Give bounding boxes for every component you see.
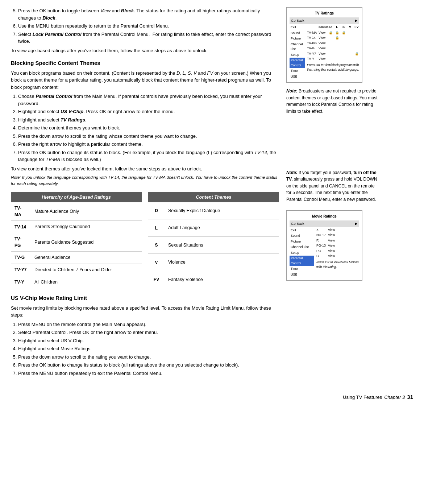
movie-ratings-right-col: X View NC-17 View R View PG-13 View: [316, 228, 359, 278]
movie-status-r: View: [328, 238, 336, 243]
menu-time: Time: [290, 68, 305, 74]
note-password-label: Note:: [286, 170, 298, 175]
rating-code: TV-Y: [11, 276, 31, 288]
menu-setup: Setup: [290, 52, 305, 58]
movie-label-x: X: [316, 228, 327, 233]
section1-steps-list: Choose Parental Control from the Main Me…: [11, 93, 279, 163]
col-s: S: [341, 25, 346, 30]
content-code: L: [148, 219, 165, 236]
table-row: S Sexual Situations: [148, 236, 279, 253]
section2-step-7: Press the MENU button repeatedly to exit…: [18, 370, 279, 377]
movie-label-nc17: NC-17: [316, 233, 327, 238]
tv-rating-row-y7: TV-Y7 View 🔒: [307, 51, 359, 57]
section2-step-3: Highlight and select US V-Chip.: [18, 337, 279, 344]
table-row: TV-Y All Children: [11, 276, 142, 288]
fv-tv-ma: [354, 30, 359, 36]
movie-ratings-left-menu: Exit Sound Picture Channel List Setup Pa…: [290, 228, 314, 278]
movie-rating-row-pg13: PG-13 View: [316, 243, 359, 248]
content-themes-table: Content Themes D Sexually Explicit Dialo…: [148, 192, 279, 289]
page-layout: Press the OK button to toggle between Vi…: [11, 7, 413, 379]
step-6: Use the MENU button repeatedly to return…: [18, 22, 279, 30]
movie-rating-row-g: G View: [316, 254, 359, 259]
col-d: D: [328, 25, 333, 30]
movie-status-nc17: View: [328, 233, 336, 238]
content-label: Fantasy Violence: [165, 271, 279, 288]
footer-chapter-label: Chapter 3: [384, 394, 405, 401]
l-tv-14: 🔒: [334, 36, 340, 41]
movie-ratings-box: Movie Ratings Go Back ▶ Exit Sound Pictu…: [286, 210, 362, 281]
note-password-text: Note: If you forget your password, turn …: [286, 169, 381, 203]
section2-step-6: Press the OK button to change its status…: [18, 362, 279, 369]
content-label: Sexually Explicit Dialogue: [165, 202, 279, 219]
note-broadcasters: Note: Broadcasters are not required to p…: [286, 88, 381, 115]
v-tv-y: [348, 57, 353, 62]
s-tv-y: [341, 57, 346, 62]
note-broadcasters-label: Note:: [286, 88, 298, 94]
note-password-rest: simultaneously press and hold VOL DOWN o…: [286, 177, 377, 202]
l-tv-pg: [334, 41, 340, 46]
movie-menu-time: Time: [290, 266, 314, 272]
section1-intro: You can block programs based on their co…: [11, 70, 279, 91]
movie-menu-picture: Picture: [290, 239, 314, 245]
rating-label: All Children: [31, 276, 142, 288]
rating-code: TV-G: [11, 252, 31, 264]
table-row: TV-G General Audience: [11, 252, 142, 264]
rating-code: TV-14: [11, 221, 31, 233]
d-tv-y: [328, 57, 333, 62]
movie-ratings-go-back-bar: Go Back ▶: [290, 220, 359, 227]
table-row: TV-PG Parents Guidance Suggested: [11, 233, 142, 252]
table-row: D Sexually Explicit Dialogue: [148, 202, 279, 219]
tv-rating-row-pg: TV-PG View: [307, 41, 359, 46]
content-code: S: [148, 236, 165, 253]
go-back-arrow: ▶: [355, 18, 358, 23]
rating-code: TV-PG: [11, 233, 31, 252]
status-tv-pg: View: [319, 41, 327, 46]
note-password: Note: If you forget your password, turn …: [286, 169, 381, 203]
movie-status-x: View: [328, 228, 336, 233]
rating-label: Mature Audience Only: [31, 202, 142, 221]
movie-rating-row-r: R View: [316, 238, 359, 243]
tv-rating-row-y: TV-Y View: [307, 57, 359, 62]
label-tv-g: TV-G: [307, 46, 317, 51]
section2-intro: Set movie rating limits by blocking movi…: [11, 305, 279, 319]
s-tv-14: [341, 36, 346, 41]
section1-step-1: Choose Parental Control from the Main Me…: [18, 93, 279, 107]
table-row: TV-MA Mature Audience Only: [11, 202, 142, 221]
hierarchy-table-body: TV-MA Mature Audience Only TV-14 Parents…: [11, 202, 142, 288]
rating-label: Parents Guidance Suggested: [31, 233, 142, 252]
section2-container: US V-Chip Movie Rating Limit Set movie r…: [11, 294, 279, 377]
col-fv: FV: [354, 25, 359, 30]
movie-menu-parental-control: Parental Control: [290, 256, 314, 266]
v-tv-14: [348, 36, 353, 41]
movie-rating-row-x: X View: [316, 228, 359, 233]
content-table-body: D Sexually Explicit Dialogue L Adult Lan…: [148, 202, 279, 288]
step-7: Select Lock Parental Control from the Pa…: [18, 31, 279, 45]
tv-rating-row-ma: TV-MA View 🔒 🔒 🔒: [307, 30, 359, 36]
tv-ratings-box: TV Ratings Go Back ▶ Exit Sound Picture …: [286, 7, 362, 83]
d-tv-ma: 🔒: [328, 30, 333, 36]
menu-usb: USB: [290, 74, 305, 80]
movie-status-pg13: View: [328, 243, 336, 248]
l-tv-g: [334, 46, 340, 51]
tv-ratings-box-title: TV Ratings: [290, 11, 359, 16]
note-broadcasters-text: Note: Broadcasters are not required to p…: [286, 88, 381, 115]
v-tv-g: [348, 46, 353, 51]
movie-label-pg: PG: [316, 249, 327, 254]
fv-tv-pg: [354, 41, 359, 46]
content-code: V: [148, 254, 165, 271]
intro-steps-list: Press the OK button to toggle between Vi…: [11, 7, 279, 45]
menu-channel-list: Channel List: [290, 42, 305, 52]
movie-ratings-footnote: Press OK to view/block Movies with this …: [316, 260, 359, 269]
section1-step-7: Press the OK button to change its status…: [18, 149, 279, 163]
label-tv-14: TV-14: [307, 36, 317, 41]
rating-code: TV-Y7: [11, 264, 31, 276]
section2-step-4: Highlight and select Movie Ratings.: [18, 345, 279, 352]
menu-picture: Picture: [290, 36, 305, 42]
intro-note: To view age-based ratings after you've l…: [11, 47, 279, 54]
content-code: FV: [148, 271, 165, 288]
section2-step-2: Select Parental Control. Press OK or the…: [18, 329, 279, 336]
s-tv-ma: 🔒: [341, 30, 346, 36]
movie-menu-usb: USB: [290, 272, 314, 278]
note-broadcasters-body: Broadcasters are not required to provide…: [286, 88, 378, 114]
section1-title: Blocking Specific Content Themes: [11, 59, 279, 67]
